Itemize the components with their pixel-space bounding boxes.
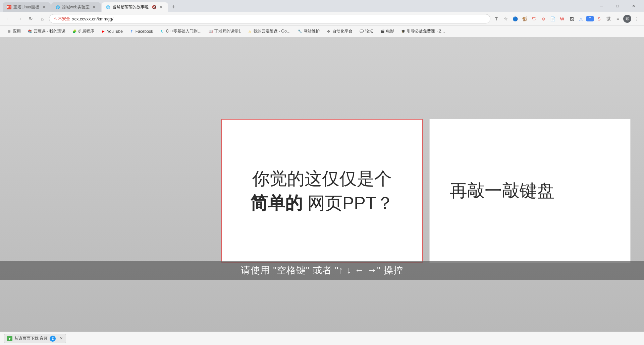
tab-label-liangcheng: 凉城web实验室 <box>62 4 90 10</box>
youtube-icon: ▶ <box>101 29 106 34</box>
home-button[interactable]: ⌂ <box>38 14 47 23</box>
bookmark-cpp[interactable]: C C++零基础入门到… <box>157 27 205 36</box>
url-text: xcx.ccvxx.cn/kmmgg/ <box>72 16 113 21</box>
cpp-icon: C <box>160 29 165 34</box>
bookmark-facebook-label: Facebook <box>136 29 153 34</box>
bookmark-extensions-label: 扩展程序 <box>78 28 94 34</box>
chrome-icon[interactable]: 🔵 <box>511 15 519 23</box>
tab-liangcheng[interactable]: 🌐 凉城web实验室 ✕ <box>51 2 101 12</box>
slide-line2-normal: 网页PPT？ <box>303 193 394 213</box>
website-icon: 🔧 <box>298 29 302 34</box>
tabs-area: BT 宝塔Linux面板 ✕ 🌐 凉城web实验室 ✕ 🌐 当然是萌萌的故事啦 … <box>3 0 592 12</box>
slides-area: 你觉的这仅仅是个 简单的 网页PPT？ 再敲一敲键盘 <box>0 37 644 345</box>
back-button[interactable]: ← <box>3 14 13 23</box>
bookmark-auto[interactable]: ⚙ 自动化平台 <box>324 27 355 36</box>
bookmark-website[interactable]: 🔧 网站维护 <box>295 27 322 36</box>
tampermonkey-icon[interactable]: 🐒 <box>521 15 529 23</box>
slide-main: 你觉的这仅仅是个 简单的 网页PPT？ <box>221 119 423 263</box>
bookmark-forum[interactable]: 💬 论坛 <box>357 27 376 36</box>
minimize-button[interactable]: ─ <box>594 1 609 11</box>
slide-main-text: 你觉的这仅仅是个 简单的 网页PPT？ <box>237 166 407 215</box>
bookmark-apps-label: 应用 <box>13 28 21 34</box>
bookmark-yunbanke[interactable]: 📚 云班课 - 我的班课 <box>25 27 68 36</box>
pdf-icon[interactable]: 📄 <box>549 15 557 23</box>
title-bar: BT 宝塔Linux面板 ✕ 🌐 凉城web实验室 ✕ 🌐 当然是萌萌的故事啦 … <box>0 0 644 12</box>
slide-line2-bold: 简单的 <box>250 193 303 213</box>
slide-footer <box>222 246 422 262</box>
image-icon[interactable]: 🖼 <box>568 15 576 23</box>
nav-icons-right: T ☆ 🔵 🐒 🛡 ⊘ 📄 W 🖼 △ T S 微 ≡ 账 ⋮ <box>492 15 641 23</box>
apps-icon: ⊞ <box>7 29 11 34</box>
instruction-bar: 请使用 "空格键" 或者 "↑ ↓ ← →" 操控 <box>0 261 644 280</box>
guide-icon: 🎓 <box>401 29 406 34</box>
weibo2-icon[interactable]: 微 <box>604 15 612 23</box>
facebook-icon: f <box>129 29 134 34</box>
menu-icon[interactable]: ⋮ <box>633 15 641 23</box>
bookmark-ding[interactable]: 📖 丁老师的课堂1 <box>206 27 244 36</box>
adblock-icon[interactable]: ⊘ <box>539 15 547 23</box>
bookmark-guide-label: 引导公益免费课（2… <box>407 28 445 34</box>
insecure-label: 不安全 <box>58 16 70 22</box>
forward-button[interactable]: → <box>15 14 24 23</box>
forum-icon: 💬 <box>359 29 364 34</box>
bookmark-forum-label: 论坛 <box>365 28 373 34</box>
bookmark-apps[interactable]: ⊞ 应用 <box>4 27 23 36</box>
bookmark-facebook[interactable]: f Facebook <box>127 27 156 36</box>
slide-line2: 简单的 网页PPT？ <box>250 191 394 215</box>
bookmark-youtube[interactable]: ▶ YouTube <box>98 27 125 36</box>
close-button[interactable]: ✕ <box>626 1 641 11</box>
window-controls: ─ □ ✕ <box>594 1 641 11</box>
tab-icon-liangcheng: 🌐 <box>55 5 60 9</box>
insecure-badge: ⚠ 不安全 <box>53 16 70 22</box>
extension-icon[interactable]: ≡ <box>614 15 622 23</box>
gdrive-icon[interactable]: △ <box>577 15 585 23</box>
tab-icon-story: 🌐 <box>106 5 110 9</box>
yunbanke-icon: 📚 <box>28 29 32 34</box>
star-icon[interactable]: ☆ <box>502 15 510 23</box>
maximize-button[interactable]: □ <box>610 1 625 11</box>
download-close-button[interactable]: ✕ <box>58 336 63 341</box>
bookmark-guide[interactable]: 🎓 引导公益免费课（2… <box>398 27 448 36</box>
bookmark-gdrive[interactable]: △ 我的云端硬盘 - Go… <box>245 27 293 36</box>
slide-next-text: 再敲一敲键盘 <box>450 179 554 203</box>
bookmark-ding-label: 丁老师的课堂1 <box>214 28 241 34</box>
bookmark-website-label: 网站维护 <box>304 28 320 34</box>
page-content: 你觉的这仅仅是个 简单的 网页PPT？ 再敲一敲键盘 请使用 "空格键" 或者 … <box>0 37 644 345</box>
bookmark-movie-label: 电影 <box>386 28 394 34</box>
instruction-text: 请使用 "空格键" 或者 "↑ ↓ ← →" 操控 <box>241 264 403 277</box>
weibo-icon[interactable]: W <box>558 15 566 23</box>
bookmark-cpp-label: C++零基础入门到… <box>166 28 202 34</box>
gdrive-bk-icon: △ <box>248 29 252 34</box>
tab-bt-linux[interactable]: BT 宝塔Linux面板 ✕ <box>3 2 51 12</box>
bookmark-youtube-label: YouTube <box>107 29 123 34</box>
translate-icon[interactable]: T <box>492 15 500 23</box>
ublock-icon[interactable]: 🛡 <box>530 15 538 23</box>
slide-next: 再敲一敲键盘 <box>429 119 631 263</box>
bookmark-extensions[interactable]: 🧩 扩展程序 <box>69 27 97 36</box>
new-tab-button[interactable]: + <box>169 2 178 12</box>
translate2-icon[interactable]: T <box>586 16 594 21</box>
tab-close-story[interactable]: ✕ <box>159 4 164 10</box>
sogou-icon[interactable]: S <box>595 15 603 23</box>
tab-active-story[interactable]: 🌐 当然是萌萌的故事啦 🔇 ✕ <box>102 2 168 12</box>
download-bar: ▶ 从该页面下载 音频 2 ✕ <box>0 332 644 345</box>
ding-icon: 📖 <box>208 29 213 34</box>
nav-bar: ← → ↻ ⌂ ⚠ 不安全 xcx.ccvxx.cn/kmmgg/ T ☆ 🔵 … <box>0 12 644 25</box>
tab-label-bt: 宝塔Linux面板 <box>13 4 39 10</box>
download-play-icon: ▶ <box>7 336 12 341</box>
tab-mute-icon[interactable]: 🔇 <box>152 5 157 9</box>
movie-icon: 🎬 <box>380 29 385 34</box>
download-badge: 2 <box>50 336 56 342</box>
account-icon[interactable]: 账 <box>623 15 631 23</box>
tab-icon-bt: BT <box>7 5 11 9</box>
tab-close-liangcheng[interactable]: ✕ <box>92 4 97 10</box>
refresh-button[interactable]: ↻ <box>26 14 36 23</box>
auto-icon: ⚙ <box>326 29 331 34</box>
bookmark-auto-label: 自动化平台 <box>332 28 353 34</box>
bookmarks-bar: ⊞ 应用 📚 云班课 - 我的班课 🧩 扩展程序 ▶ YouTube f Fac… <box>0 25 644 37</box>
bookmark-movie[interactable]: 🎬 电影 <box>377 27 397 36</box>
address-bar[interactable]: ⚠ 不安全 xcx.ccvxx.cn/kmmgg/ <box>49 14 490 23</box>
tab-close-bt[interactable]: ✕ <box>41 4 47 10</box>
download-item[interactable]: ▶ 从该页面下载 音频 2 ✕ <box>4 334 66 343</box>
tab-label-story: 当然是萌萌的故事啦 <box>112 4 149 10</box>
